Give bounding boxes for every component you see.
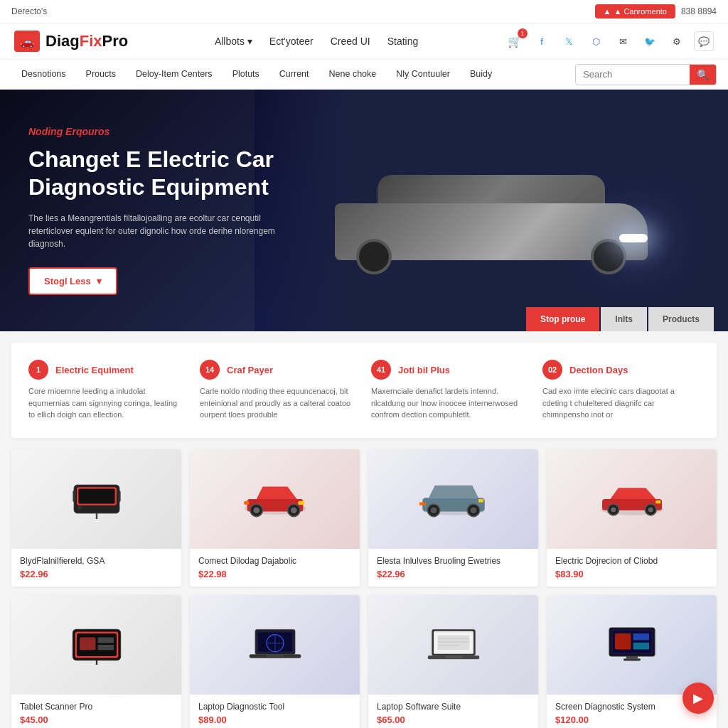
- product-card-7[interactable]: Laptop Software Suite $65.00: [368, 595, 538, 729]
- product-card-4[interactable]: Electric Dojrecion of Cliobd $83.90: [547, 449, 717, 587]
- feature-2-num: 14: [200, 360, 220, 380]
- feature-3-title: Joti bil Plus: [398, 365, 450, 375]
- svg-rect-6: [118, 491, 120, 502]
- product-card-1[interactable]: BlydFlalnilfiereld, GSA $22.96: [11, 449, 181, 587]
- feature-2-desc: Carle noldo nloding thee equuncenacoj, b…: [200, 385, 357, 421]
- red-car-svg: [236, 474, 314, 524]
- nav-links: Desnotions Proucts Deloy-Item Centers Pl…: [11, 60, 502, 90]
- top-bar: Derecto's ▲ ▲ Canromento 838 8894: [0, 0, 728, 23]
- product-name-2: Comect Dilodag Dajabolic: [198, 556, 351, 566]
- header: 🚗 DiagFixPro Allbots ▾ Ect'yoteer Creed …: [0, 23, 728, 60]
- product-card-2[interactable]: Comect Dilodag Dajabolic $22.98: [190, 449, 360, 587]
- hero-tab-inlts[interactable]: Inlts: [601, 307, 647, 331]
- svg-point-27: [611, 507, 616, 512]
- nav-nene-choke[interactable]: Nene choke: [319, 60, 387, 90]
- search-bar: 🔍: [575, 64, 717, 85]
- hero-subtitle: Noding Erqouros: [28, 126, 299, 137]
- search-input[interactable]: [576, 69, 690, 80]
- nav-current[interactable]: Current: [269, 60, 319, 90]
- scanner-image-svg: [68, 478, 125, 520]
- hero-tab-products[interactable]: Products: [648, 307, 714, 331]
- feature-1-num: 1: [28, 360, 48, 380]
- product-name-5: Tablet Scanner Pro: [20, 702, 173, 712]
- twitter-icon[interactable]: 𝕏: [559, 31, 579, 51]
- feature-1-title: Electric Equiment: [55, 365, 134, 375]
- product-info-6: Laptop Diagnostic Tool $89.00: [190, 695, 360, 729]
- nav-stating[interactable]: Stating: [387, 36, 419, 47]
- product-name-7: Laptop Software Suite: [377, 702, 530, 712]
- product-card-5[interactable]: Tablet Scanner Pro $45.00: [11, 595, 181, 729]
- hero-section: Noding Erqouros Changet E Electric CarDi…: [0, 90, 728, 331]
- play-button[interactable]: ▶: [682, 682, 714, 714]
- nav-nly[interactable]: Nly Contuuler: [386, 60, 460, 90]
- car-shape: [321, 139, 662, 282]
- cart-icon[interactable]: 🛒 1: [505, 31, 525, 51]
- feature-4-desc: Cad exo imte elecinic cars diagootat a c…: [542, 385, 700, 421]
- product-name-3: Elesta Inlulves Bruoling Ewetries: [377, 556, 530, 566]
- messenger-icon[interactable]: 💬: [694, 31, 714, 51]
- top-bar-text: Derecto's: [11, 6, 47, 16]
- screen-svg: [604, 623, 660, 666]
- hero-btn-chevron: ▾: [97, 276, 102, 287]
- product-name-6: Laptop Diagnostic Tool: [198, 702, 351, 712]
- settings-icon[interactable]: ⚙: [667, 31, 687, 51]
- svg-rect-42: [267, 654, 284, 656]
- feature-2-header: 14 Craf Payer: [200, 360, 357, 380]
- car-wheel-right: [591, 239, 626, 274]
- product-card-6[interactable]: Laptop Diagnostic Tool $89.00: [190, 595, 360, 729]
- svg-rect-29: [655, 500, 660, 503]
- nav-desnotions[interactable]: Desnotions: [11, 60, 76, 90]
- suv-svg: [414, 474, 493, 524]
- announcement-icon: ▲: [604, 7, 611, 16]
- svg-rect-22: [419, 502, 425, 505]
- svg-rect-34: [97, 637, 113, 643]
- search-button[interactable]: 🔍: [690, 64, 716, 85]
- product-img-3: [368, 449, 538, 549]
- tablet-scanner-svg: [68, 623, 125, 666]
- hero-title: Changet E Electric CarDiagnostic Equipme…: [28, 146, 299, 200]
- feature-3-desc: Maxernciale denafict lardets intennd. nl…: [371, 385, 528, 421]
- discord-icon[interactable]: ⬡: [586, 31, 606, 51]
- products-grid-row1: BlydFlalnilfiereld, GSA $22.96: [11, 449, 717, 587]
- feature-3-header: 41 Joti bil Plus: [371, 360, 528, 380]
- feature-4-header: 02 Dection Days: [542, 360, 700, 380]
- hero-cta-button[interactable]: Stogl Less ▾: [28, 267, 117, 295]
- logo[interactable]: 🚗 DiagFixPro: [14, 31, 128, 52]
- feature-2-title: Craf Payer: [227, 365, 273, 375]
- announcement-button[interactable]: ▲ ▲ Canromento: [595, 4, 675, 18]
- nav-plotuts[interactable]: Plotuts: [223, 60, 269, 90]
- svg-rect-56: [633, 633, 648, 641]
- svg-point-11: [253, 507, 259, 513]
- email-icon[interactable]: ✉: [613, 31, 633, 51]
- product-price-6: $89.00: [198, 714, 351, 725]
- red-sedan-svg: [593, 474, 671, 524]
- hero-content: Noding Erqouros Changet E Electric CarDi…: [0, 126, 327, 295]
- product-price-5: $45.00: [20, 714, 173, 725]
- feature-3: 41 Joti bil Plus Maxernciale denafict la…: [371, 360, 528, 421]
- svg-point-3: [77, 505, 81, 509]
- product-img-2: [190, 449, 360, 549]
- hero-tabs: Stop proue Inlts Products: [526, 307, 714, 331]
- nav-creed[interactable]: Creed UI: [331, 36, 370, 47]
- twitter2-icon[interactable]: 🐦: [640, 31, 660, 51]
- nav-proucts[interactable]: Proucts: [76, 60, 126, 90]
- facebook-icon[interactable]: f: [532, 31, 552, 51]
- product-img-8: [547, 595, 717, 695]
- laptop1-svg: [247, 623, 304, 666]
- svg-rect-57: [633, 642, 648, 649]
- svg-point-20: [470, 507, 476, 513]
- nav-ect[interactable]: Ect'yoteer: [269, 36, 314, 47]
- feature-4-num: 02: [542, 360, 562, 380]
- svg-rect-5: [73, 491, 75, 502]
- svg-rect-35: [97, 645, 113, 650]
- nav-deloy-item[interactable]: Deloy-Item Centers: [126, 60, 223, 90]
- svg-rect-46: [437, 635, 469, 650]
- svg-rect-33: [80, 637, 95, 650]
- cart-badge: 1: [518, 28, 528, 38]
- product-info-3: Elesta Inlulves Bruoling Ewetries $22.96: [368, 549, 538, 587]
- feature-1: 1 Electric Equiment Core rnioemne leedin…: [28, 360, 186, 421]
- product-card-3[interactable]: Elesta Inlulves Bruoling Ewetries $22.96: [368, 449, 538, 587]
- hero-tab-stop[interactable]: Stop proue: [526, 307, 599, 331]
- nav-buidy[interactable]: Buidy: [460, 60, 502, 90]
- nav-allbots[interactable]: Allbots ▾: [215, 36, 252, 47]
